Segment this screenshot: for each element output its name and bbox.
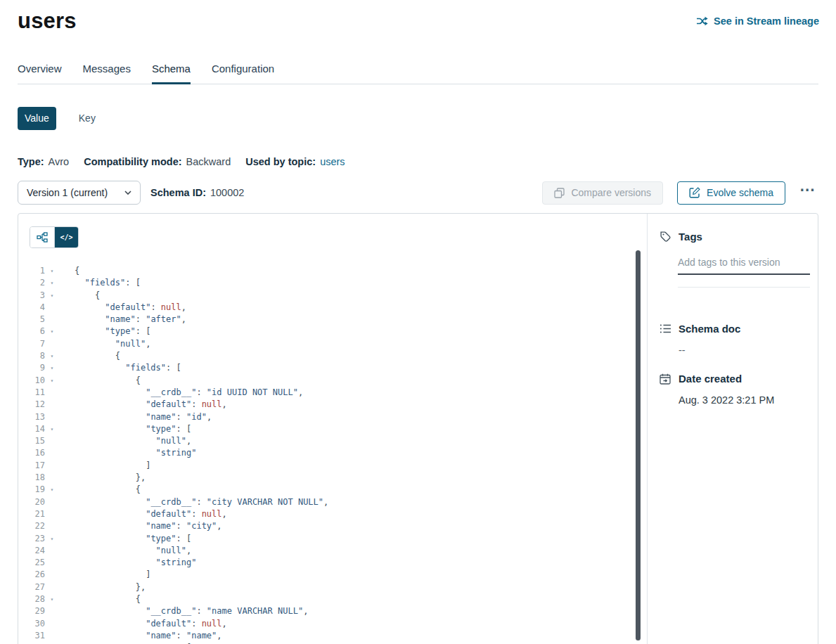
line-number: 8 <box>18 350 45 362</box>
code-text: "name": "after", <box>75 314 186 326</box>
code-line: 16 "string" <box>18 447 647 459</box>
code-text: "name": "city", <box>75 520 222 532</box>
code-text: "null", <box>75 435 191 447</box>
meta-type-label: Type: <box>18 156 44 167</box>
schema-doc-value: -- <box>679 344 810 356</box>
code-text: { <box>75 290 100 302</box>
schema-doc-icon <box>659 323 671 334</box>
fold-toggle-icon[interactable]: ▾ <box>45 326 59 337</box>
meta-topic: Used by topic: users <box>245 156 345 167</box>
more-options-button[interactable]: ⋯ <box>797 186 818 199</box>
tree-view-button[interactable] <box>30 227 54 247</box>
compare-versions-label: Compare versions <box>571 187 651 198</box>
code-text: "__crdb__": "id UUID NOT NULL", <box>75 387 303 399</box>
tab-schema[interactable]: Schema <box>152 63 191 84</box>
fold-spacer <box>45 520 59 532</box>
fold-toggle-icon[interactable]: ▾ <box>45 593 59 605</box>
line-number: 23 <box>18 533 45 545</box>
fold-toggle-icon[interactable]: ▾ <box>45 350 59 362</box>
fold-toggle-icon[interactable]: ▾ <box>45 265 59 277</box>
stream-lineage-link[interactable]: See in Stream lineage <box>696 15 819 27</box>
fold-spacer <box>45 302 59 314</box>
code-text: { <box>75 265 79 277</box>
line-number: 16 <box>18 447 45 459</box>
line-number: 26 <box>18 569 45 581</box>
code-text: "default": null, <box>75 618 227 630</box>
code-line: 5 "name": "after", <box>18 314 647 326</box>
fold-spacer <box>45 435 59 447</box>
tags-header: Tags <box>659 231 810 243</box>
fold-toggle-icon[interactable]: ▾ <box>45 423 59 435</box>
code-text: "string" <box>75 557 196 569</box>
fold-toggle-icon[interactable]: ▾ <box>45 290 59 302</box>
fold-toggle-icon[interactable]: ▾ <box>45 533 59 545</box>
code-line: 14▾ "type": [ <box>18 423 647 435</box>
meta-compatibility: Compatibility mode: Backward <box>84 156 231 167</box>
code-line: 12 "default": null, <box>18 399 647 411</box>
line-number: 7 <box>18 338 45 350</box>
code-line: 27 }, <box>18 581 647 593</box>
compare-versions-button[interactable]: Compare versions <box>542 181 663 205</box>
code-view-button[interactable]: </> <box>54 227 78 247</box>
code-line: 9▾ "fields": [ <box>18 362 647 374</box>
chevron-down-icon <box>124 191 131 195</box>
code-text: "null", <box>75 338 150 350</box>
scrollbar-thumb[interactable] <box>636 250 641 640</box>
line-number: 31 <box>18 630 45 642</box>
fold-toggle-icon[interactable]: ▾ <box>45 362 59 374</box>
fold-spacer <box>45 387 59 399</box>
line-number: 29 <box>18 605 45 617</box>
line-number: 11 <box>18 387 45 399</box>
code-text: "__crdb__": "city VARCHAR NOT NULL", <box>75 496 328 508</box>
code-text: "default": null, <box>75 302 186 314</box>
code-line: 1▾{ <box>18 265 647 277</box>
fold-spacer <box>45 472 59 484</box>
tags-title: Tags <box>679 231 702 243</box>
fold-spacer <box>45 508 59 520</box>
line-number: 15 <box>18 435 45 447</box>
fold-spacer <box>45 314 59 326</box>
line-number: 25 <box>18 557 45 569</box>
fold-spacer <box>45 581 59 593</box>
tab-overview[interactable]: Overview <box>18 63 62 84</box>
fold-toggle-icon[interactable]: ▾ <box>45 375 59 387</box>
schema-id: Schema ID: 100002 <box>150 187 244 198</box>
toggle-value[interactable]: Value <box>18 107 56 130</box>
evolve-schema-button[interactable]: Evolve schema <box>677 181 785 205</box>
code-line: 19▾ { <box>18 484 647 496</box>
editor-scrollbar[interactable] <box>636 250 641 644</box>
fold-toggle-icon[interactable]: ▾ <box>45 277 59 289</box>
fold-spacer <box>45 496 59 508</box>
code-line: 24 "null", <box>18 545 647 557</box>
code-line: 26 ] <box>18 569 647 581</box>
line-number: 20 <box>18 496 45 508</box>
page-header: users See in Stream lineage <box>0 0 836 34</box>
tags-section: Tags <box>659 231 810 288</box>
tab-configuration[interactable]: Configuration <box>212 63 274 84</box>
fold-toggle-icon[interactable]: ▾ <box>45 484 59 496</box>
version-select[interactable]: Version 1 (current) <box>18 181 141 205</box>
code-text: "type": [ <box>75 326 150 337</box>
editor-view-toggle: </> <box>30 226 79 248</box>
line-number: 30 <box>18 618 45 630</box>
code-line: 6▾ "type": [ <box>18 326 647 337</box>
meta-compatibility-value: Backward <box>186 156 231 167</box>
tab-messages[interactable]: Messages <box>83 63 131 84</box>
code-line: 23▾ "type": [ <box>18 533 647 545</box>
fold-spacer <box>45 569 59 581</box>
code-line: 15 "null", <box>18 435 647 447</box>
toggle-key[interactable]: Key <box>72 107 103 130</box>
schema-id-value: 100002 <box>210 187 244 198</box>
page-title: users <box>18 8 77 34</box>
line-number: 17 <box>18 460 45 472</box>
tag-icon <box>659 231 671 243</box>
controls-row: Version 1 (current) Schema ID: 100002 Co… <box>18 181 818 205</box>
line-number: 24 <box>18 545 45 557</box>
code-line: 7 "null", <box>18 338 647 350</box>
tags-input[interactable] <box>678 257 810 275</box>
fold-spacer <box>45 447 59 459</box>
meta-topic-link[interactable]: users <box>320 156 345 167</box>
line-number: 9 <box>18 362 45 374</box>
meta-type: Type: Avro <box>18 156 69 167</box>
version-select-value: Version 1 (current) <box>27 187 108 198</box>
